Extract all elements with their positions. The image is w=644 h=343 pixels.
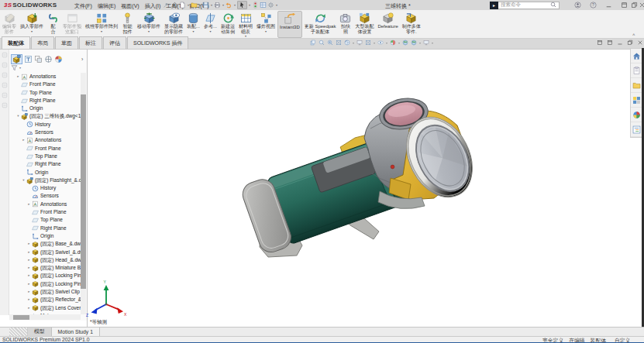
tree-item[interactable]: ▸(固定) Head_&.dw — [9, 256, 81, 264]
open-icon[interactable] — [191, 2, 198, 9]
ribbon-button[interactable]: 制作多体零件. — [401, 11, 422, 38]
tree-item[interactable]: ▸(固定) Swivel_&.dw — [9, 249, 81, 256]
tree-item[interactable]: Origin — [9, 169, 81, 177]
headsup-icon[interactable] — [390, 39, 396, 46]
tree-item[interactable]: Right Plane — [9, 160, 81, 168]
filter-icon[interactable] — [11, 64, 18, 71]
tree-item[interactable]: ▸AAnnotations — [9, 201, 81, 208]
menu-item[interactable]: 插入(I) — [145, 2, 161, 10]
tree-item[interactable]: History — [9, 121, 81, 129]
ribbon-button[interactable]: 装配...▾ — [185, 11, 201, 38]
min-doc-icon[interactable] — [617, 39, 623, 46]
winb-doc-icon[interactable] — [607, 39, 613, 46]
ribbon-collapse-icon[interactable]: ˄ — [632, 33, 635, 37]
tree-item[interactable]: Sensors — [9, 192, 81, 200]
tree-filter[interactable]: ▾ — [11, 64, 21, 71]
ribbon-button[interactable]: 移动零部件▾ — [136, 11, 162, 38]
tree-item[interactable]: ▸(固定) Miniature B — [9, 264, 81, 272]
ribbon-button[interactable]: 爆炸视图▾ — [255, 11, 277, 38]
tree-item[interactable]: ▸(固定) Locking Pin — [9, 280, 81, 288]
ribbon-button[interactable]: 插入零部件▾ — [19, 11, 45, 38]
collapsed-toolbar-icon[interactable] — [2, 72, 8, 78]
command-tab[interactable]: SOLIDWORKS 插件 — [127, 36, 188, 49]
file-explorer-icon[interactable] — [631, 78, 642, 93]
panel-expand-icon[interactable]: › — [81, 57, 83, 62]
user-icon[interactable] — [574, 2, 581, 9]
doc-tab[interactable]: Motion Study 1 — [52, 328, 100, 336]
design-library-icon[interactable] — [631, 63, 642, 78]
headsup-icon[interactable] — [336, 39, 342, 46]
collapsed-toolbar-icon[interactable] — [2, 102, 8, 108]
tree-item[interactable]: ▾(固定) Flashlight_&.d — [9, 177, 81, 184]
ribbon-button[interactable]: 新建运动算例 — [219, 11, 236, 38]
options-table-icon[interactable] — [260, 2, 267, 9]
ribbon-button[interactable]: 大型装配体设置 — [353, 11, 375, 38]
ribbon-button[interactable]: 零部件预览窗口 — [61, 11, 83, 38]
ribbon-button[interactable]: 更新 Speedpak子装配体 — [303, 11, 338, 38]
ribbon-button[interactable]: Instant3D — [277, 11, 302, 38]
tree-item[interactable]: ▸(固定) Locking Pin — [9, 272, 81, 280]
headsup-icon[interactable] — [377, 39, 384, 46]
collapsed-toolbar-icon[interactable] — [2, 52, 8, 58]
search-box[interactable]: ▸ 搜索命令 — [490, 2, 560, 9]
window-icon[interactable] — [621, 2, 628, 9]
select-cursor-icon[interactable] — [237, 1, 247, 9]
displaymanager-tab-icon[interactable] — [54, 55, 63, 63]
home-icon[interactable] — [171, 2, 178, 9]
restore-doc-icon[interactable] — [627, 39, 633, 46]
tree-item[interactable]: Right Plane — [9, 225, 81, 232]
print-icon[interactable] — [214, 2, 221, 9]
ribbon-button[interactable]: 材料明细表▾ — [237, 11, 254, 38]
collapsed-toolbar-icon[interactable] — [2, 62, 8, 68]
new-document-icon[interactable] — [179, 2, 186, 9]
ribbon-button[interactable]: 拍快照 — [338, 11, 353, 38]
traffic-light-icon[interactable] — [252, 2, 259, 9]
tree-item[interactable]: ▾(固定) 三维转换.dwg<1> — [9, 112, 81, 120]
ribbon-button[interactable]: 参考...▾ — [202, 11, 219, 38]
tree-vertical-scrollbar[interactable] — [81, 73, 86, 314]
headsup-icon[interactable] — [356, 39, 363, 46]
dimxpertmanager-tab-icon[interactable] — [44, 55, 53, 63]
help-icon[interactable]: ? — [590, 2, 597, 9]
propertymanager-tab-icon[interactable] — [24, 55, 33, 63]
tree-item[interactable]: Top Plane — [9, 89, 81, 97]
tree-item[interactable]: Sensors — [9, 129, 81, 136]
collapsed-toolbar-icon[interactable] — [2, 82, 8, 88]
command-tab[interactable]: 装配体 — [2, 36, 30, 49]
tree-item[interactable]: Front Plane — [9, 81, 81, 88]
headsup-icon[interactable] — [365, 39, 371, 46]
ribbon-button[interactable]: 显示隐藏的零部件 — [163, 11, 184, 38]
tree-item[interactable]: ▸(固定) Swivel Clip — [9, 288, 81, 296]
menu-item[interactable]: 文件(F) — [74, 2, 92, 10]
toolbox-icon[interactable] — [631, 93, 642, 108]
headsup-icon[interactable] — [310, 39, 316, 46]
tree-item[interactable]: ▸AAnnotations — [9, 136, 81, 144]
close-doc-icon[interactable] — [637, 39, 643, 46]
ribbon-button[interactable]: 线性零部件阵列▾ — [84, 11, 119, 38]
tree-item[interactable]: Origin — [9, 232, 81, 240]
command-tab[interactable]: 评估 — [103, 36, 126, 49]
tree-item[interactable]: ▸(固定) Base_&.dwg — [9, 240, 81, 248]
headsup-icon[interactable] — [402, 39, 408, 46]
tree-item[interactable]: ▸(固定) Lens Cover — [9, 304, 81, 312]
pin-icon[interactable] — [163, 2, 169, 9]
gear-icon[interactable] — [267, 2, 274, 9]
ribbon-button[interactable]: 配合 — [46, 11, 60, 38]
home-icon[interactable] — [631, 49, 642, 63]
graphics-viewport[interactable] — [88, 50, 642, 327]
headsup-icon[interactable] — [411, 39, 417, 46]
tree-item[interactable]: Origin — [9, 105, 81, 112]
ribbon-button[interactable]: 智能扣件 — [120, 11, 135, 38]
custom-properties-icon[interactable] — [631, 122, 642, 137]
headsup-icon[interactable] — [327, 39, 333, 46]
minimize-icon[interactable] — [605, 2, 612, 9]
undo-icon[interactable] — [226, 2, 232, 9]
featuremanager-tab-icon[interactable] — [11, 54, 22, 64]
tree-item[interactable]: ▸(固定) Reflector_& — [9, 296, 81, 304]
appearances-icon[interactable] — [631, 108, 642, 122]
menu-item[interactable]: 视图(V) — [121, 2, 139, 10]
tree-item[interactable]: History — [9, 184, 81, 192]
collapsed-toolbar-icon[interactable] — [2, 92, 8, 98]
save-icon[interactable] — [202, 2, 209, 9]
tree-item[interactable]: Front Plane — [9, 208, 81, 216]
